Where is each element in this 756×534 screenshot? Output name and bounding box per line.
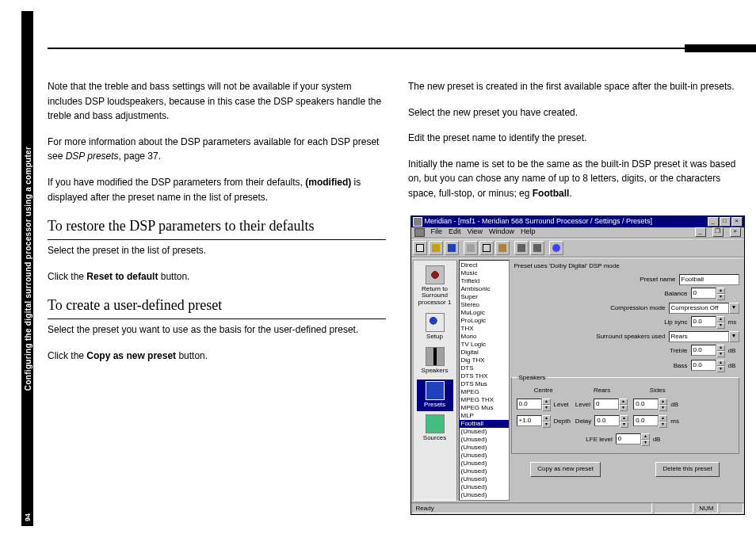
lipsync-spinner[interactable]: 0.0 ▴▾ <box>691 316 725 329</box>
col-header-centre: Centre <box>517 386 571 395</box>
preset-list-item[interactable]: MPEG Mus <box>460 404 509 412</box>
preset-list-item[interactable]: (Unused) <box>460 444 509 452</box>
label-bass: Bass <box>674 361 688 371</box>
copy-icon[interactable] <box>479 241 494 255</box>
preset-name-input[interactable]: Football <box>679 274 739 285</box>
minimize-button[interactable]: _ <box>708 217 719 227</box>
rears-level-spinner[interactable]: 0▴▾ <box>594 399 628 411</box>
paste-icon[interactable] <box>495 241 510 255</box>
preset-list-item[interactable]: MuLogic <box>460 309 509 317</box>
lfe-spinner[interactable]: 0▴▾ <box>616 433 650 446</box>
preset-list-item[interactable]: DTS Mus <box>460 380 509 388</box>
preset-list-item[interactable]: (Unused) <box>460 483 509 491</box>
preset-list[interactable]: DirectMusicTrifieldAmbisonicSuperStereoM… <box>459 260 510 501</box>
save-icon[interactable] <box>445 241 459 255</box>
sides-level-spinner[interactable]: 0.0▴▾ <box>633 399 667 411</box>
preset-list-item[interactable]: Football <box>460 420 509 428</box>
col-header-sides: Sides <box>633 386 682 395</box>
preset-list-item[interactable]: Trifield <box>460 277 509 285</box>
side-tab-title: Configuring the digital surround process… <box>23 147 32 391</box>
preset-list-item[interactable]: TV Logic <box>460 341 509 349</box>
new-icon[interactable] <box>413 241 427 255</box>
treble-spinner[interactable]: 0.0 ▴▾ <box>691 345 725 357</box>
fetch-icon[interactable] <box>530 241 544 255</box>
mdi-close-button[interactable]: × <box>730 227 741 237</box>
spin-up-icon[interactable]: ▴ <box>716 288 725 294</box>
preset-list-item[interactable]: Dig THX <box>460 357 509 364</box>
title-bar[interactable]: Meridian - [msf1 - Meridian 568 Surround… <box>411 216 744 227</box>
preset-list-item[interactable]: Mono <box>460 333 509 341</box>
mdi-minimize-button[interactable]: _ <box>695 227 706 237</box>
preset-list-item[interactable]: (Unused) <box>460 452 509 460</box>
compression-combo[interactable]: Compression Off ▼ <box>669 303 739 314</box>
step-text: Select the new preset you have created. <box>408 105 746 120</box>
preset-list-item[interactable]: Direct <box>460 261 509 269</box>
preset-list-item[interactable]: (Unused) <box>460 436 509 444</box>
sides-delay-spinner[interactable]: 0.0▴▾ <box>633 415 667 428</box>
unit-ms: ms <box>670 417 682 426</box>
preset-list-item[interactable]: ProLogic <box>460 317 509 325</box>
sidebar-item-presets[interactable]: Presets <box>417 380 453 412</box>
label-balance: Balance <box>665 289 688 299</box>
preset-list-item[interactable]: Ambisonic <box>460 285 509 293</box>
preset-list-item[interactable]: (Unused) <box>460 475 509 483</box>
preset-list-item[interactable]: MPEG <box>460 388 509 396</box>
balance-spinner[interactable]: 0 ▴▾ <box>691 288 725 300</box>
preset-list-item[interactable]: (Unused) <box>460 467 509 475</box>
page-number: 94 <box>24 512 32 524</box>
menu-view[interactable]: View <box>468 227 483 238</box>
heading-restore-defaults: To restore the DSP parameters to their d… <box>48 216 386 240</box>
step-text: Click the Reset to default button. <box>48 269 386 284</box>
column-left: Note that the treble and bass settings w… <box>48 79 386 526</box>
window-title: Meridian - [msf1 - Meridian 568 Surround… <box>425 216 705 227</box>
preset-list-item[interactable]: Music <box>460 269 509 277</box>
speakers-group: Centre 0.0▴▾ Level +1.0▴▾ Depth <box>511 377 739 454</box>
preset-list-item[interactable]: MPEG THX <box>460 396 509 404</box>
mdi-restore-button[interactable]: ❐ <box>712 227 724 237</box>
menu-file[interactable]: File <box>431 227 443 238</box>
app-icon <box>413 217 422 227</box>
sidebar-item-return[interactable]: Return to Surround processor 1 <box>417 264 453 310</box>
open-icon[interactable] <box>429 241 443 255</box>
chevron-down-icon[interactable]: ▼ <box>729 303 739 314</box>
centre-level-spinner[interactable]: 0.0▴▾ <box>517 399 551 411</box>
preset-list-item[interactable]: Super <box>460 293 509 301</box>
preset-list-item[interactable]: DTS <box>460 364 509 372</box>
manual-page: Configuring the digital surround process… <box>0 0 756 534</box>
preset-list-item[interactable]: Stereo <box>460 301 509 309</box>
sidebar-item-sources[interactable]: Sources <box>417 413 453 445</box>
copy-preset-button[interactable]: Copy as new preset <box>530 462 601 476</box>
doc-icon[interactable] <box>414 228 425 237</box>
cut-icon[interactable] <box>464 241 478 255</box>
delete-preset-button[interactable]: Delete this preset <box>655 462 719 476</box>
label-compression: Compression mode <box>610 303 665 313</box>
label-lfe: LFE level <box>586 435 612 444</box>
rears-delay-spinner[interactable]: 0.0▴▾ <box>594 415 628 428</box>
store-icon[interactable] <box>514 241 529 255</box>
close-button[interactable]: × <box>731 217 743 227</box>
sources-icon <box>426 414 445 433</box>
maximize-button[interactable]: □ <box>720 217 731 227</box>
preset-list-item[interactable]: Digital <box>460 349 509 357</box>
menu-window[interactable]: Window <box>489 227 514 238</box>
spin-down-icon[interactable]: ▾ <box>716 294 725 300</box>
sidebar-item-speakers[interactable]: Speakers <box>417 345 453 378</box>
surround-combo[interactable]: Rears ▼ <box>669 331 739 342</box>
preset-list-item[interactable]: (Unused) <box>460 460 509 467</box>
menu-edit[interactable]: Edit <box>449 227 461 238</box>
preset-list-item[interactable]: THX <box>460 325 509 333</box>
bass-spinner[interactable]: 0.0 ▴▾ <box>691 360 725 372</box>
preset-list-item[interactable]: (Unused) <box>460 491 509 499</box>
preset-list-item[interactable]: DTS THX <box>460 372 509 380</box>
menu-help[interactable]: Help <box>521 227 536 238</box>
label-delay: Delay <box>575 417 591 426</box>
preset-list-item[interactable]: MLP <box>460 412 509 420</box>
column-right: The new preset is created in the first a… <box>408 79 746 526</box>
mode-text: Preset uses 'Dolby Digital' DSP mode <box>511 261 739 271</box>
sidebar-item-setup[interactable]: Setup <box>417 311 453 344</box>
presets-icon <box>426 381 445 400</box>
centre-depth-spinner[interactable]: +1.0▴▾ <box>517 415 551 428</box>
preset-list-item[interactable]: (Unused) <box>460 428 509 436</box>
chevron-down-icon[interactable]: ▼ <box>729 331 739 342</box>
help-icon[interactable] <box>549 241 563 255</box>
